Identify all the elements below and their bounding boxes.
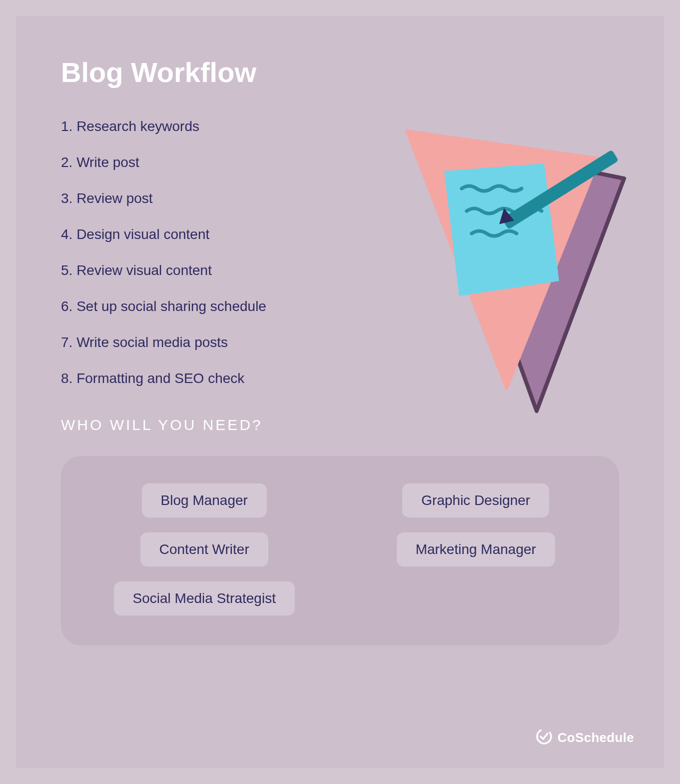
who-heading: WHO WILL YOU NEED?	[61, 416, 619, 434]
role-pill: Graphic Designer	[402, 484, 549, 518]
step-item: 6. Set up social sharing schedule	[61, 298, 619, 314]
step-item: 2. Write post	[61, 154, 619, 170]
step-item: 4. Design visual content	[61, 226, 619, 242]
step-item: 3. Review post	[61, 190, 619, 206]
checkmark-circle-icon	[536, 728, 553, 747]
step-number: 5.	[61, 262, 76, 278]
step-text: Research keywords	[76, 118, 199, 134]
page-title: Blog Workflow	[61, 56, 619, 88]
brand-logo: CoSchedule	[536, 728, 634, 747]
step-text: Review visual content	[76, 262, 212, 278]
roles-panel: Blog Manager Graphic Designer Content Wr…	[61, 456, 619, 646]
page-outer: Blog Workflow 1. Research keywords 2. Wr…	[0, 0, 680, 784]
step-item: 7. Write social media posts	[61, 334, 619, 350]
workflow-steps: 1. Research keywords 2. Write post 3. Re…	[61, 118, 619, 386]
step-number: 1.	[61, 118, 76, 134]
step-item: 1. Research keywords	[61, 118, 619, 134]
step-number: 6.	[61, 298, 76, 314]
role-pill: Blog Manager	[142, 484, 267, 518]
role-pill: Marketing Manager	[397, 532, 555, 566]
step-number: 7.	[61, 334, 76, 350]
role-pill: Content Writer	[140, 532, 268, 566]
step-item: 5. Review visual content	[61, 262, 619, 278]
step-text: Set up social sharing schedule	[76, 298, 266, 314]
brand-text: CoSchedule	[558, 730, 634, 746]
step-item: 8. Formatting and SEO check	[61, 370, 619, 386]
step-text: Design visual content	[76, 226, 209, 242]
step-number: 8.	[61, 370, 76, 386]
step-number: 4.	[61, 226, 76, 242]
step-text: Review post	[76, 190, 153, 206]
step-text: Write post	[76, 154, 139, 170]
page-inner: Blog Workflow 1. Research keywords 2. Wr…	[16, 16, 664, 768]
step-number: 3.	[61, 190, 76, 206]
step-text: Write social media posts	[76, 334, 228, 350]
step-text: Formatting and SEO check	[76, 370, 244, 386]
step-number: 2.	[61, 154, 76, 170]
role-pill: Social Media Strategist	[114, 582, 295, 616]
